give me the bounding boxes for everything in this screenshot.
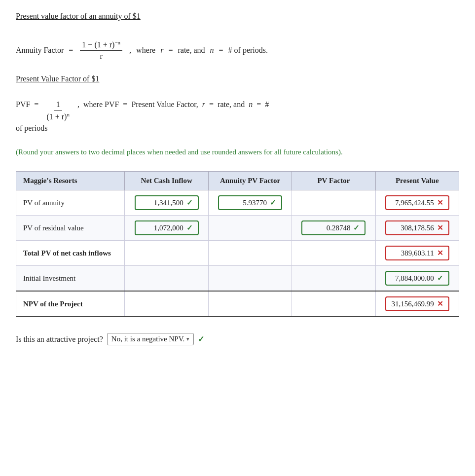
table-row: Initial Investment7,884,000.00✓ [16, 266, 459, 292]
row-present-value[interactable]: 7,884,000.00✓ [375, 266, 459, 292]
heading1: Present value factor of an annuity of $1 [16, 12, 141, 21]
row-label: Initial Investment [16, 266, 125, 292]
round-note: (Round your answers to two decimal place… [16, 146, 459, 158]
annuity-n-def: # of periods. [228, 46, 268, 55]
row-pv-factor [292, 266, 375, 292]
pvf-eq2: = [209, 100, 214, 109]
table-row: Total PV of net cash inflows389,603.11✕ [16, 241, 459, 266]
present-value-input[interactable]: 31,156,469.99✕ [385, 296, 449, 311]
row-pv-factor [292, 291, 375, 317]
heading2: Present Value Factor of $1 [16, 74, 99, 83]
annuity-fraction: 1 − (1 + r)−n r [80, 39, 122, 61]
table-row: PV of residual value1,072,000✓0.28748✓30… [16, 216, 459, 241]
annuity-pv-factor-input[interactable]: 5.93770✓ [218, 195, 282, 210]
pvf-pvf-def: Present Value Factor, [131, 100, 198, 109]
row-label: NPV of the Project [16, 291, 125, 317]
row-pv-factor [292, 241, 375, 266]
pvf-eq1: = [123, 100, 127, 109]
row-annuity-pv-factor [208, 216, 292, 241]
col-header-pv-factor: PV Factor [292, 172, 375, 190]
annuity-comma: , [129, 46, 131, 55]
annuity-numerator: 1 − (1 + r)−n [80, 39, 122, 51]
pvf-n: n [249, 100, 253, 109]
pvf-formula-block: PVF = 1 (1 + r)n , where PVF = Present V… [16, 100, 459, 132]
pvf-fraction: 1 (1 + r)n [44, 100, 72, 121]
pvf-equals: = [34, 100, 38, 109]
annuity-exp: −n [114, 39, 120, 45]
pvf-exp: n [67, 111, 70, 117]
row-annuity-pv-factor [208, 291, 292, 317]
annuity-denominator: r [98, 51, 105, 61]
chevron-down-icon: ▾ [186, 336, 189, 342]
pvf-where: where PVF [83, 100, 119, 109]
row-net-cash-inflow [125, 291, 208, 317]
col-header-net-cash: Net Cash Inflow [125, 172, 208, 190]
pvf-denominator: (1 + r)n [44, 110, 72, 121]
row-pv-factor [292, 190, 375, 216]
attractive-row: Is this an attractive project? No, it is… [16, 333, 459, 345]
table-row: NPV of the Project31,156,469.99✕ [16, 291, 459, 317]
pvf-formula-row: PVF = 1 (1 + r)n , where PVF = Present V… [16, 100, 459, 121]
present-value-input[interactable]: 7,965,424.55✕ [385, 195, 449, 210]
heading2-container: Present Value Factor of $1 [16, 74, 459, 92]
row-present-value[interactable]: 308,178.56✕ [375, 216, 459, 241]
pvf-numerator: 1 [54, 100, 62, 110]
net-cash-inflow-input[interactable]: 1,341,500✓ [135, 195, 199, 210]
row-present-value[interactable]: 31,156,469.99✕ [375, 291, 459, 317]
pvf-r-def: rate, and [218, 100, 245, 109]
row-present-value[interactable]: 389,603.11✕ [375, 241, 459, 266]
present-value-input[interactable]: 389,603.11✕ [385, 246, 449, 260]
net-cash-inflow-input[interactable]: 1,072,000✓ [135, 220, 199, 235]
row-present-value[interactable]: 7,965,424.55✕ [375, 190, 459, 216]
annuity-r: r [160, 46, 163, 55]
pvf-r: r [202, 100, 205, 109]
row-net-cash-inflow [125, 266, 208, 292]
main-table: Maggie's Resorts Net Cash Inflow Annuity… [16, 171, 459, 317]
attractive-dropdown[interactable]: No, it is a negative NPV. ▾ [107, 333, 194, 345]
row-annuity-pv-factor [208, 266, 292, 292]
row-annuity-pv-factor [208, 241, 292, 266]
row-annuity-pv-factor[interactable]: 5.93770✓ [208, 190, 292, 216]
col-header-resorts: Maggie's Resorts [16, 172, 125, 190]
annuity-formula-block: Annuity Factor = 1 − (1 + r)−n r , where… [16, 39, 459, 61]
row-label: Total PV of net cash inflows [16, 241, 125, 266]
table-header-row: Maggie's Resorts Net Cash Inflow Annuity… [16, 172, 459, 190]
annuity-where: where [136, 46, 155, 55]
pvf-eq3: = [256, 100, 261, 109]
annuity-formula-row: Annuity Factor = 1 − (1 + r)−n r , where… [16, 39, 459, 61]
row-net-cash-inflow[interactable]: 1,072,000✓ [125, 216, 208, 241]
annuity-r-def: rate, and [178, 46, 205, 55]
col-header-annuity-pv: Annuity PV Factor [208, 172, 292, 190]
pvf-n-def: # [265, 100, 269, 109]
row-net-cash-inflow[interactable]: 1,341,500✓ [125, 190, 208, 216]
attractive-answer: No, it is a negative NPV. [111, 335, 184, 343]
row-label: PV of annuity [16, 190, 125, 216]
row-net-cash-inflow [125, 241, 208, 266]
pvf-of-periods: of periods [16, 124, 459, 133]
table-row: PV of annuity1,341,500✓5.93770✓7,965,424… [16, 190, 459, 216]
heading1-container: Present value factor of an annuity of $1 [16, 12, 459, 30]
annuity-equals: = [69, 46, 73, 55]
annuity-factor-label: Annuity Factor [16, 46, 64, 55]
annuity-n: n [210, 46, 214, 55]
row-pv-factor[interactable]: 0.28748✓ [292, 216, 375, 241]
present-value-input[interactable]: 7,884,000.00✓ [385, 271, 449, 286]
row-label: PV of residual value [16, 216, 125, 241]
pv-factor-input[interactable]: 0.28748✓ [301, 220, 365, 235]
col-header-present-value: Present Value [375, 172, 459, 190]
present-value-input[interactable]: 308,178.56✕ [385, 220, 449, 235]
attractive-question: Is this an attractive project? [16, 335, 103, 344]
annuity-eq1: = [168, 46, 173, 55]
annuity-eq2: = [219, 46, 223, 55]
pvf-label: PVF [16, 100, 30, 109]
pvf-comma: , [77, 100, 79, 109]
attractive-check: ✓ [198, 334, 204, 344]
